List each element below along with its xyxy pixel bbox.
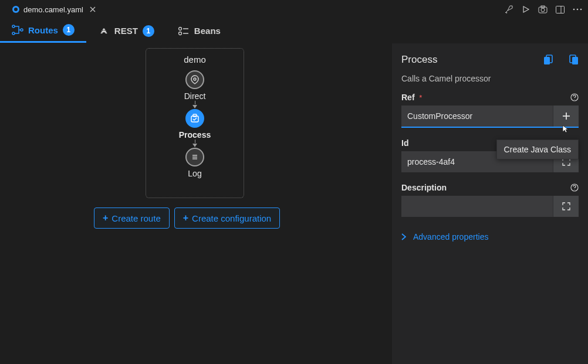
editor-tab[interactable]: demo.camel.yaml — [6, 0, 104, 19]
ref-input[interactable] — [401, 106, 553, 127]
title-actions — [504, 5, 582, 14]
field-description: Description — [401, 183, 579, 217]
svg-rect-23 — [544, 57, 550, 64]
tab-beans[interactable]: Beans — [166, 19, 232, 43]
tab-rest[interactable]: REST 1 — [86, 19, 166, 43]
plus-icon: + — [183, 213, 188, 223]
help-icon[interactable] — [570, 183, 579, 192]
svg-point-14 — [178, 32, 181, 35]
camera-icon[interactable] — [538, 5, 548, 13]
layout-icon[interactable] — [556, 6, 565, 13]
arrow-down-icon — [192, 105, 197, 108]
rest-badge: 1 — [143, 25, 154, 37]
panel-description: Calls a Camel processor — [401, 74, 579, 83]
log-icon — [185, 148, 204, 166]
routes-icon — [12, 25, 23, 35]
edge — [195, 140, 195, 143]
tab-rest-label: REST — [114, 26, 138, 36]
expand-description-button[interactable] — [553, 196, 579, 217]
tab-routes[interactable]: Routes 1 — [0, 19, 86, 43]
ref-label: Ref — [401, 93, 415, 102]
create-java-class-button[interactable] — [553, 106, 579, 127]
tooltip-create-java-class: Create Java Class — [496, 140, 579, 159]
route-name: demo — [184, 55, 206, 64]
id-label: Id — [401, 138, 408, 148]
svg-point-7 — [573, 9, 575, 11]
paste-icon[interactable] — [569, 55, 579, 65]
plus-icon — [562, 112, 570, 120]
main-area: demo Direct Process Log — [0, 43, 588, 364]
create-route-button[interactable]: + Create route — [94, 207, 170, 229]
svg-point-12 — [21, 29, 23, 31]
node-process-label: Process — [179, 130, 211, 140]
run-icon[interactable] — [522, 5, 530, 13]
description-label: Description — [401, 183, 447, 192]
process-icon — [185, 109, 204, 128]
help-icon[interactable] — [570, 93, 579, 101]
canvas[interactable]: demo Direct Process Log — [0, 43, 392, 364]
svg-rect-25 — [572, 57, 578, 64]
advanced-properties-toggle[interactable]: Advanced properties — [401, 232, 579, 241]
canvas-buttons: + Create route + Create configuration — [94, 207, 280, 229]
routes-badge: 1 — [63, 24, 75, 36]
svg-point-10 — [12, 25, 15, 28]
advanced-label: Advanced properties — [413, 232, 488, 241]
expand-icon — [562, 202, 570, 210]
file-name: demo.camel.yaml — [23, 5, 83, 14]
svg-point-1 — [14, 8, 18, 11]
svg-point-8 — [577, 9, 579, 11]
plus-icon: + — [103, 213, 108, 223]
nav-tabs: Routes 1 REST 1 Beans — [0, 19, 588, 43]
description-input[interactable] — [401, 196, 553, 217]
node-direct[interactable]: Direct — [184, 70, 206, 101]
arrow-down-icon — [192, 144, 197, 147]
svg-point-17 — [194, 78, 196, 80]
node-log-label: Log — [188, 169, 201, 178]
close-tab-icon[interactable] — [87, 6, 99, 13]
svg-rect-19 — [193, 114, 197, 117]
tab-beans-label: Beans — [194, 26, 221, 36]
create-configuration-button[interactable]: + Create configuration — [174, 207, 280, 229]
beans-icon — [178, 26, 190, 36]
required-asterisk: * — [419, 93, 422, 102]
svg-point-3 — [541, 8, 545, 12]
svg-rect-5 — [556, 6, 565, 13]
tab-routes-label: Routes — [28, 25, 58, 35]
direct-icon — [185, 70, 204, 89]
title-bar: demo.camel.yaml — [0, 0, 588, 19]
node-process[interactable]: Process — [179, 109, 211, 140]
camel-file-icon — [12, 5, 20, 13]
rest-icon — [98, 26, 110, 36]
rocket-icon[interactable] — [504, 5, 513, 14]
edge — [195, 101, 195, 104]
create-config-label: Create configuration — [192, 213, 271, 223]
route-container[interactable]: demo Direct Process Log — [146, 48, 244, 198]
svg-point-9 — [580, 9, 582, 11]
properties-panel: Process Calls a Camel processor Ref * — [392, 43, 588, 364]
node-direct-label: Direct — [184, 91, 206, 101]
copy-icon[interactable] — [543, 55, 553, 65]
more-icon[interactable] — [573, 8, 582, 11]
svg-point-13 — [178, 27, 181, 30]
field-ref: Ref * — [401, 93, 579, 128]
chevron-right-icon — [401, 233, 406, 240]
panel-header: Process — [401, 54, 579, 66]
create-route-label: Create route — [111, 213, 160, 223]
svg-point-11 — [12, 32, 15, 35]
panel-title: Process — [401, 54, 437, 66]
node-log[interactable]: Log — [185, 148, 204, 178]
